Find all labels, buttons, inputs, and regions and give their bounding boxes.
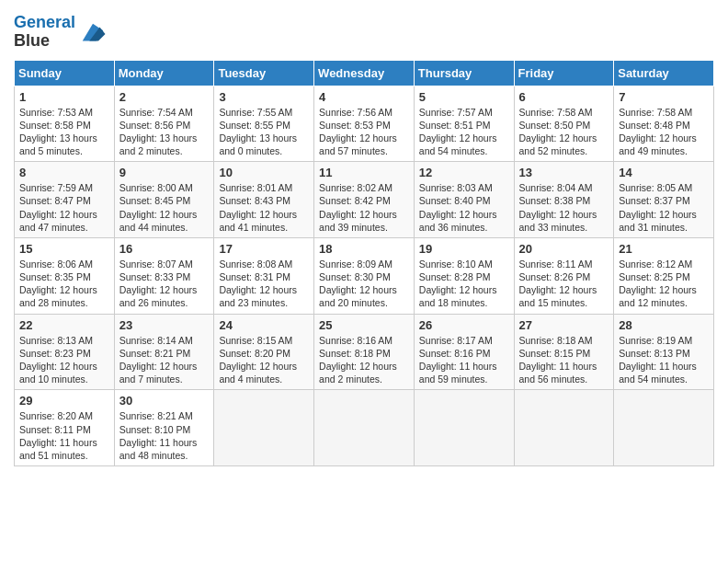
day-number: 16	[119, 242, 210, 256]
day-header-tuesday: Tuesday	[214, 60, 314, 86]
day-number: 21	[619, 242, 709, 256]
calendar-day-9: 9 Sunrise: 8:00 AMSunset: 8:45 PMDayligh…	[114, 162, 214, 238]
day-number: 4	[319, 90, 409, 104]
cell-content: Sunrise: 8:15 AMSunset: 8:20 PMDaylight:…	[219, 335, 297, 385]
calendar-day-21: 21 Sunrise: 8:12 AMSunset: 8:25 PMDaylig…	[614, 237, 714, 314]
cell-content: Sunrise: 8:19 AMSunset: 8:13 PMDaylight:…	[619, 335, 697, 385]
day-header-sunday: Sunday	[15, 60, 115, 86]
day-number: 2	[119, 90, 210, 104]
cell-content: Sunrise: 8:12 AMSunset: 8:25 PMDaylight:…	[619, 259, 697, 309]
cell-content: Sunrise: 7:55 AMSunset: 8:55 PMDaylight:…	[219, 107, 297, 157]
day-number: 26	[419, 318, 509, 332]
calendar-day-14: 14 Sunrise: 8:05 AMSunset: 8:37 PMDaylig…	[614, 162, 714, 238]
cell-content: Sunrise: 7:57 AMSunset: 8:51 PMDaylight:…	[419, 107, 497, 157]
calendar-day-22: 22 Sunrise: 8:13 AMSunset: 8:23 PMDaylig…	[15, 314, 115, 390]
day-header-monday: Monday	[114, 60, 214, 86]
cell-content: Sunrise: 8:14 AMSunset: 8:21 PMDaylight:…	[119, 335, 198, 385]
cell-content: Sunrise: 8:02 AMSunset: 8:42 PMDaylight:…	[319, 182, 397, 233]
logo-icon	[79, 18, 107, 46]
calendar-day-23: 23 Sunrise: 8:14 AMSunset: 8:21 PMDaylig…	[114, 314, 214, 390]
calendar-day-29: 29 Sunrise: 8:20 AMSunset: 8:11 PMDaylig…	[15, 390, 115, 466]
day-number: 24	[219, 318, 309, 332]
day-number: 29	[19, 394, 109, 408]
empty-cell	[314, 390, 415, 466]
cell-content: Sunrise: 8:18 AMSunset: 8:15 PMDaylight:…	[519, 335, 597, 385]
day-number: 14	[619, 166, 709, 179]
day-number: 11	[319, 166, 409, 179]
calendar-day-11: 11 Sunrise: 8:02 AMSunset: 8:42 PMDaylig…	[314, 162, 415, 238]
day-number: 25	[319, 318, 409, 332]
cell-content: Sunrise: 8:03 AMSunset: 8:40 PMDaylight:…	[419, 182, 497, 233]
empty-cell	[614, 390, 714, 466]
cell-content: Sunrise: 8:01 AMSunset: 8:43 PMDaylight:…	[219, 182, 297, 233]
day-number: 7	[619, 90, 709, 104]
calendar-day-18: 18 Sunrise: 8:09 AMSunset: 8:30 PMDaylig…	[314, 237, 415, 314]
empty-cell	[414, 390, 514, 466]
cell-content: Sunrise: 7:59 AMSunset: 8:47 PMDaylight:…	[19, 182, 97, 233]
day-number: 15	[19, 242, 109, 256]
logo: General Blue	[14, 14, 107, 51]
cell-content: Sunrise: 8:05 AMSunset: 8:37 PMDaylight:…	[619, 182, 697, 233]
calendar-day-24: 24 Sunrise: 8:15 AMSunset: 8:20 PMDaylig…	[214, 314, 314, 390]
day-number: 17	[219, 242, 309, 256]
cell-content: Sunrise: 8:00 AMSunset: 8:45 PMDaylight:…	[119, 182, 198, 233]
calendar-day-25: 25 Sunrise: 8:16 AMSunset: 8:18 PMDaylig…	[314, 314, 415, 390]
calendar-day-26: 26 Sunrise: 8:17 AMSunset: 8:16 PMDaylig…	[414, 314, 514, 390]
page-header: General Blue	[14, 14, 714, 51]
calendar-day-28: 28 Sunrise: 8:19 AMSunset: 8:13 PMDaylig…	[614, 314, 714, 390]
calendar-day-16: 16 Sunrise: 8:07 AMSunset: 8:33 PMDaylig…	[114, 237, 214, 314]
calendar-day-1: 1 Sunrise: 7:53 AMSunset: 8:58 PMDayligh…	[15, 86, 115, 162]
day-number: 8	[19, 166, 109, 179]
cell-content: Sunrise: 8:16 AMSunset: 8:18 PMDaylight:…	[319, 335, 397, 385]
day-number: 12	[419, 166, 509, 179]
day-number: 10	[219, 166, 309, 179]
cell-content: Sunrise: 8:13 AMSunset: 8:23 PMDaylight:…	[19, 335, 97, 385]
day-number: 1	[19, 90, 109, 104]
calendar-day-30: 30 Sunrise: 8:21 AMSunset: 8:10 PMDaylig…	[114, 390, 214, 466]
day-number: 22	[19, 318, 109, 332]
cell-content: Sunrise: 8:17 AMSunset: 8:16 PMDaylight:…	[419, 335, 497, 385]
cell-content: Sunrise: 7:53 AMSunset: 8:58 PMDaylight:…	[19, 107, 97, 157]
cell-content: Sunrise: 8:21 AMSunset: 8:10 PMDaylight:…	[119, 410, 198, 461]
day-number: 20	[519, 242, 609, 256]
day-number: 13	[519, 166, 609, 179]
day-number: 23	[119, 318, 210, 332]
cell-content: Sunrise: 8:06 AMSunset: 8:35 PMDaylight:…	[19, 259, 97, 309]
logo-text: General Blue	[14, 14, 75, 51]
day-number: 18	[319, 242, 409, 256]
cell-content: Sunrise: 8:20 AMSunset: 8:11 PMDaylight:…	[19, 410, 97, 461]
calendar-day-6: 6 Sunrise: 7:58 AMSunset: 8:50 PMDayligh…	[514, 86, 614, 162]
calendar-day-19: 19 Sunrise: 8:10 AMSunset: 8:28 PMDaylig…	[414, 237, 514, 314]
day-header-saturday: Saturday	[614, 60, 714, 86]
calendar-day-2: 2 Sunrise: 7:54 AMSunset: 8:56 PMDayligh…	[114, 86, 214, 162]
cell-content: Sunrise: 7:58 AMSunset: 8:48 PMDaylight:…	[619, 107, 697, 157]
calendar-day-10: 10 Sunrise: 8:01 AMSunset: 8:43 PMDaylig…	[214, 162, 314, 238]
calendar-day-27: 27 Sunrise: 8:18 AMSunset: 8:15 PMDaylig…	[514, 314, 614, 390]
calendar-day-15: 15 Sunrise: 8:06 AMSunset: 8:35 PMDaylig…	[15, 237, 115, 314]
cell-content: Sunrise: 7:54 AMSunset: 8:56 PMDaylight:…	[119, 107, 198, 157]
calendar-table: SundayMondayTuesdayWednesdayThursdayFrid…	[14, 60, 714, 466]
cell-content: Sunrise: 8:07 AMSunset: 8:33 PMDaylight:…	[119, 259, 198, 309]
cell-content: Sunrise: 8:04 AMSunset: 8:38 PMDaylight:…	[519, 182, 597, 233]
day-number: 30	[119, 394, 210, 408]
day-number: 5	[419, 90, 509, 104]
empty-cell	[214, 390, 314, 466]
day-header-thursday: Thursday	[414, 60, 514, 86]
day-number: 28	[619, 318, 709, 332]
day-header-friday: Friday	[514, 60, 614, 86]
calendar-day-20: 20 Sunrise: 8:11 AMSunset: 8:26 PMDaylig…	[514, 237, 614, 314]
calendar-day-3: 3 Sunrise: 7:55 AMSunset: 8:55 PMDayligh…	[214, 86, 314, 162]
calendar-day-17: 17 Sunrise: 8:08 AMSunset: 8:31 PMDaylig…	[214, 237, 314, 314]
cell-content: Sunrise: 8:08 AMSunset: 8:31 PMDaylight:…	[219, 259, 297, 309]
day-number: 3	[219, 90, 309, 104]
calendar-day-4: 4 Sunrise: 7:56 AMSunset: 8:53 PMDayligh…	[314, 86, 415, 162]
day-number: 27	[519, 318, 609, 332]
calendar-day-13: 13 Sunrise: 8:04 AMSunset: 8:38 PMDaylig…	[514, 162, 614, 238]
day-header-wednesday: Wednesday	[314, 60, 415, 86]
calendar-day-5: 5 Sunrise: 7:57 AMSunset: 8:51 PMDayligh…	[414, 86, 514, 162]
cell-content: Sunrise: 7:56 AMSunset: 8:53 PMDaylight:…	[319, 107, 397, 157]
calendar-day-7: 7 Sunrise: 7:58 AMSunset: 8:48 PMDayligh…	[614, 86, 714, 162]
day-number: 19	[419, 242, 509, 256]
calendar-day-12: 12 Sunrise: 8:03 AMSunset: 8:40 PMDaylig…	[414, 162, 514, 238]
cell-content: Sunrise: 8:09 AMSunset: 8:30 PMDaylight:…	[319, 259, 397, 309]
